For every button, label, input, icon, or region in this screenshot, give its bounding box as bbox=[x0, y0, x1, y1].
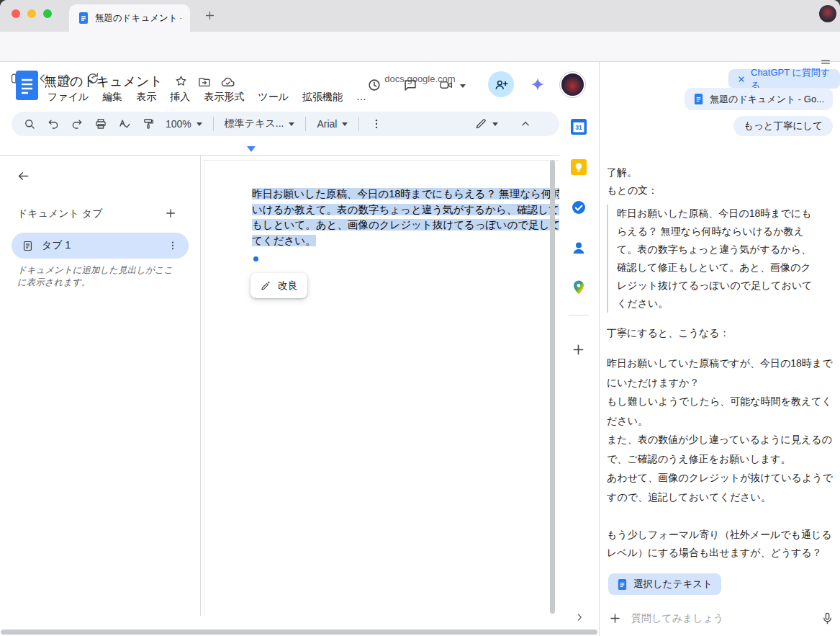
undo-icon[interactable] bbox=[47, 117, 60, 130]
chat-panel-divider bbox=[599, 62, 600, 636]
assistant-ack: 了解。 bbox=[607, 164, 836, 182]
tasks-icon[interactable] bbox=[571, 200, 587, 215]
polite-line: また、表の数値が少し違っているように見えるので、ご確認のうえ修正をお願いします。 bbox=[607, 430, 836, 468]
docs-logo[interactable] bbox=[16, 71, 38, 100]
tab-1-label: タブ 1 bbox=[42, 239, 159, 252]
polite-line: 昨日お願いしていた原稿ですが、今日の18時までにいただけますか？ bbox=[607, 354, 836, 392]
spellcheck-icon[interactable] bbox=[118, 117, 131, 130]
meet-video-icon[interactable] bbox=[438, 78, 455, 92]
account-avatar[interactable] bbox=[560, 72, 585, 97]
add-tab-button[interactable] bbox=[164, 207, 177, 220]
move-folder-icon[interactable] bbox=[197, 75, 212, 89]
chat-message-input[interactable] bbox=[631, 612, 811, 624]
chevron-down-icon bbox=[289, 122, 294, 126]
menu-insert[interactable]: 挿入 bbox=[170, 91, 190, 104]
maps-icon[interactable] bbox=[571, 279, 587, 295]
new-tab-button[interactable] bbox=[204, 9, 216, 22]
font-control[interactable]: Arial bbox=[317, 118, 348, 130]
docs-menubar: ファイル 編集 表示 挿入 表示形式 ツール 拡張機能 … bbox=[48, 91, 366, 104]
menu-view[interactable]: 表示 bbox=[136, 91, 156, 104]
zoom-control[interactable]: 100% bbox=[166, 118, 202, 130]
redo-icon[interactable] bbox=[71, 117, 83, 130]
chat-input-row bbox=[608, 604, 834, 632]
share-button[interactable] bbox=[488, 71, 514, 97]
improve-button[interactable]: 改良 bbox=[250, 273, 307, 298]
close-icon[interactable] bbox=[737, 75, 746, 84]
more-toolbar-options-icon[interactable] bbox=[370, 117, 383, 130]
menu-edit[interactable]: 編集 bbox=[102, 91, 122, 104]
browser-toolbar: docs.google.com ChatGPT に質問する bbox=[0, 32, 840, 62]
gemini-cursor-dot bbox=[253, 256, 258, 261]
collapse-chat-panel-icon[interactable] bbox=[819, 55, 832, 68]
toolbar-divider bbox=[305, 117, 306, 131]
document-text[interactable]: 昨日お願いした原稿、今日の18時までにもらえる？ 無理なら何時ならいけるか教えて… bbox=[252, 187, 559, 248]
menu-extensions[interactable]: 拡張機能 bbox=[302, 91, 343, 104]
chevron-down-icon bbox=[197, 122, 202, 126]
svg-text:31: 31 bbox=[575, 124, 582, 131]
gemini-icon[interactable] bbox=[530, 76, 546, 92]
toolbar-divider bbox=[358, 117, 359, 131]
document-title[interactable]: 無題のドキュメント bbox=[44, 73, 163, 90]
document-page[interactable]: 昨日お願いした原稿、今日の18時までにもらえる？ 無理なら何時ならいけるか教えて… bbox=[204, 160, 559, 616]
ask-chatgpt-button[interactable]: ChatGPT に質問する bbox=[728, 69, 840, 89]
polite-line: あわせて、画像のクレジットが抜けているようですので、追記しておいてください。 bbox=[607, 468, 836, 506]
tab-options-icon[interactable] bbox=[167, 240, 179, 251]
horizontal-scrollbar[interactable] bbox=[1, 630, 597, 635]
tabs-panel-title: ドキュメント タブ bbox=[17, 207, 103, 220]
browser-profile-avatar[interactable] bbox=[819, 5, 836, 22]
docs-favicon-icon bbox=[78, 12, 89, 24]
calendar-icon[interactable]: 31 bbox=[571, 119, 587, 135]
editing-mode-control[interactable] bbox=[474, 117, 498, 130]
vertical-scrollbar[interactable] bbox=[550, 160, 555, 614]
keep-icon[interactable] bbox=[571, 159, 587, 175]
assistant-followup: もう少しフォーマル寄り（社外メールでも通じるレベル）にする場合も出せますが、どう… bbox=[607, 526, 836, 562]
assistant-original-label: もとの文： bbox=[607, 182, 836, 200]
assistant-polite-label: 丁寧にすると、こうなる： bbox=[607, 324, 836, 342]
browser-tab[interactable]: 無題のドキュメント - G bbox=[69, 4, 190, 32]
improve-button-label: 改良 bbox=[278, 279, 298, 292]
chevron-down-icon bbox=[492, 122, 498, 126]
meet-dropdown-caret[interactable] bbox=[460, 84, 466, 88]
paint-format-icon[interactable] bbox=[142, 117, 155, 130]
menu-tools[interactable]: ツール bbox=[258, 91, 289, 104]
show-side-panel-chevron[interactable] bbox=[574, 612, 585, 623]
selected-text-chip[interactable]: 選択したテキスト bbox=[608, 573, 721, 595]
editor-viewport: 昨日お願いした原稿、今日の18時までにもらえる？ 無理なら何時ならいけるか教えて… bbox=[201, 156, 559, 616]
menu-file[interactable]: ファイル bbox=[48, 91, 89, 104]
cloud-status-icon[interactable] bbox=[220, 75, 235, 90]
comments-icon[interactable] bbox=[402, 77, 418, 93]
polite-line: もし難しいようでしたら、可能な時間を教えてください。 bbox=[607, 392, 836, 430]
window-zoom-button[interactable] bbox=[43, 9, 52, 18]
context-chip-label: 無題のドキュメント - Go... bbox=[710, 93, 824, 106]
zoom-value: 100% bbox=[166, 118, 191, 130]
document-tab-1[interactable]: タブ 1 bbox=[12, 233, 189, 259]
contacts-icon[interactable] bbox=[571, 240, 587, 256]
window-minimize-button[interactable] bbox=[27, 9, 36, 18]
attach-plus-icon[interactable] bbox=[608, 612, 622, 625]
collapse-toolbar-icon[interactable] bbox=[519, 117, 532, 130]
font-value: Arial bbox=[317, 118, 337, 130]
paragraph-style-control[interactable]: 標準テキス... bbox=[225, 117, 295, 130]
search-menus-icon[interactable] bbox=[23, 117, 36, 130]
ruler-indent-marker[interactable] bbox=[247, 146, 256, 152]
star-icon[interactable] bbox=[174, 74, 188, 88]
window-titlebar: 無題のドキュメント - G bbox=[0, 0, 840, 32]
magic-edit-icon bbox=[260, 279, 272, 292]
close-tabs-panel-button[interactable] bbox=[17, 169, 30, 183]
docs-chip-icon bbox=[617, 579, 628, 590]
add-addon-icon[interactable] bbox=[571, 342, 586, 357]
menu-overflow[interactable]: … bbox=[356, 91, 366, 104]
selected-text[interactable]: 昨日お願いした原稿、今日の18時までにもらえる？ 無理なら何時ならいけるか教えて… bbox=[252, 188, 559, 246]
tab-title: 無題のドキュメント - G bbox=[95, 12, 181, 24]
chevron-down-icon bbox=[342, 122, 348, 126]
side-strip-divider bbox=[569, 315, 589, 315]
paragraph-style-value: 標準テキス... bbox=[225, 117, 284, 130]
selected-text-chip-label: 選択したテキスト bbox=[633, 578, 713, 591]
browser-window: 無題のドキュメント - G docs.google.com ChatGPT に質… bbox=[0, 0, 840, 636]
menu-format[interactable]: 表示形式 bbox=[204, 91, 244, 104]
window-close-button[interactable] bbox=[12, 9, 20, 18]
print-icon[interactable] bbox=[94, 117, 107, 130]
version-history-icon[interactable] bbox=[366, 77, 382, 93]
document-context-chip[interactable]: 無題のドキュメント - Go... bbox=[685, 88, 833, 110]
mic-icon[interactable] bbox=[821, 612, 834, 625]
